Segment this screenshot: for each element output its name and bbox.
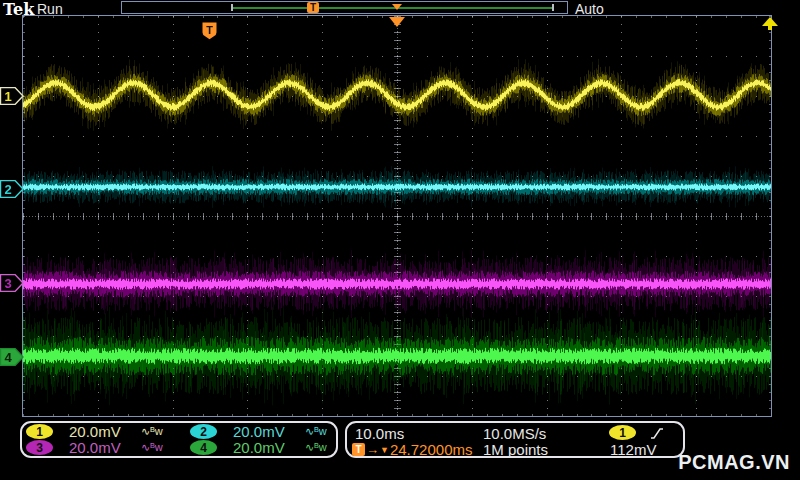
trigger-t-icon: T xyxy=(352,443,365,456)
svg-text:2: 2 xyxy=(4,182,11,197)
trigger-readout-row: T→▼24.72000ms 1M points 112mV xyxy=(347,441,683,457)
svg-text:1: 1 xyxy=(4,89,11,104)
channel-3-coupling-bandwidth-icon: ∿ᴮw xyxy=(141,441,163,454)
channel-2-readout: 2 20.0mV ∿ᴮw xyxy=(179,424,336,440)
waveform-display xyxy=(23,16,771,416)
channel-3-marker: 3 xyxy=(0,274,24,292)
channel-1-badge[interactable]: 1 xyxy=(26,424,53,439)
channel-4-scale: 20.0mV xyxy=(233,439,305,456)
channel-4-badge[interactable]: 4 xyxy=(190,440,217,455)
record-length: 1M points xyxy=(483,441,548,458)
channel-3-scale: 20.0mV xyxy=(69,439,141,456)
channel-2-coupling-bandwidth-icon: ∿ᴮw xyxy=(305,425,327,438)
channel-4-marker: 4 xyxy=(0,348,24,366)
channel-1-readout: 1 20.0mV ∿ᴮw xyxy=(22,424,179,440)
horizontal-readout-row: 10.0ms 10.0MS/s 1 xyxy=(347,425,683,441)
channel-3-badge[interactable]: 3 xyxy=(26,440,53,455)
channel-1-coupling-bandwidth-icon: ∿ᴮw xyxy=(141,425,163,438)
trigger-source-group: 1 xyxy=(609,425,664,440)
trigger-badge-letter: T xyxy=(206,24,213,36)
channel-2-scale: 20.0mV xyxy=(233,423,305,440)
channel-1-scale: 20.0mV xyxy=(69,423,141,440)
channel-4-readout: 4 20.0mV ∿ᴮw xyxy=(179,440,336,456)
trigger-delay-value: 24.72000ms xyxy=(390,441,473,458)
acquisition-preview-bar: T xyxy=(121,1,568,14)
horizontal-scale: 10.0ms xyxy=(355,425,404,442)
trigger-time-badge: T xyxy=(202,22,217,40)
trigger-level-offscreen-arrow-icon xyxy=(762,17,778,26)
channel-2-badge[interactable]: 2 xyxy=(190,424,217,439)
horizontal-trigger-readouts-box: 10.0ms 10.0MS/s 1 T→▼24.72000ms 1M point… xyxy=(345,421,685,458)
trigger-source-badge[interactable]: 1 xyxy=(609,425,636,440)
expansion-point-marker-icon: T xyxy=(307,2,319,13)
channel-2-marker: 2 xyxy=(0,180,24,198)
channel-readouts-box: 1 20.0mV ∿ᴮw 2 20.0mV ∿ᴮw 3 20.0mV ∿ᴮw 4… xyxy=(20,421,338,458)
svg-text:3: 3 xyxy=(4,276,11,291)
acq-window-right-bracket xyxy=(552,4,554,11)
channel-4-coupling-bandwidth-icon: ∿ᴮw xyxy=(305,441,327,454)
trigger-position-icon xyxy=(389,17,405,27)
svg-text:4: 4 xyxy=(4,350,12,365)
channel-3-readout: 3 20.0mV ∿ᴮw xyxy=(22,440,179,456)
trigger-delay-group: T→▼24.72000ms xyxy=(352,441,472,458)
sample-rate: 10.0MS/s xyxy=(483,425,546,442)
oscilloscope-screen: Tek Run T Auto T 1 2 3 xyxy=(0,0,800,480)
triangle-down-icon: ▼ xyxy=(380,445,389,455)
graticule xyxy=(22,15,772,417)
trigger-level-value: 112mV xyxy=(610,441,656,458)
rising-edge-icon xyxy=(650,426,664,440)
trigger-level-arrow-stem xyxy=(768,26,772,30)
arrow-right-icon: → xyxy=(366,442,379,457)
channel-1-marker: 1 xyxy=(0,87,24,105)
watermark: PCMAG.VN xyxy=(678,451,790,474)
trigger-position-mini-icon xyxy=(392,4,402,10)
